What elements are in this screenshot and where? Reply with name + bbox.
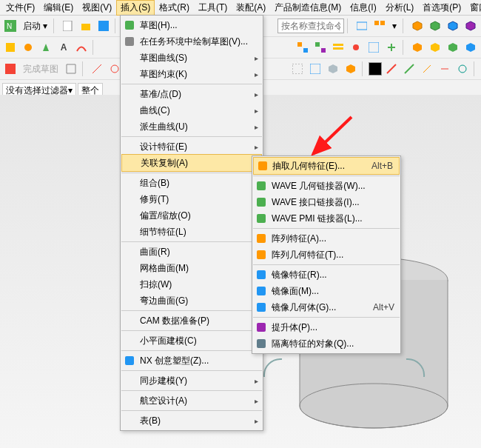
menu-item[interactable]: 表(B)▸ (121, 412, 263, 429)
measure-icon[interactable] (437, 61, 453, 77)
line-icon[interactable] (401, 61, 417, 77)
menu-item-label: 镜像几何体(G)... (272, 301, 336, 314)
mirror-icon (255, 285, 267, 297)
menu-item[interactable]: 草图(H)... (121, 17, 263, 33)
menu-item-label: 阵列几何特征(T)... (272, 249, 343, 261)
menu-item[interactable]: 阵列几何特征(T)... (252, 247, 400, 263)
view-icon[interactable] (289, 61, 306, 77)
menu-item[interactable]: 航空设计(A)▸ (121, 392, 263, 409)
menu-item[interactable]: NX 创意塑型(Z)... (121, 352, 263, 369)
menu-item[interactable]: 派生曲线(U)▸ (121, 118, 263, 135)
menu-item[interactable]: 工具(T) (194, 0, 232, 16)
curve-icon[interactable] (89, 61, 105, 77)
finish-sketch-icon[interactable] (2, 61, 18, 77)
svg-text:N: N (7, 22, 12, 30)
menu-item[interactable]: 装配(A) (232, 0, 270, 16)
menu-item[interactable]: CAM 数据准备(P)▸ (121, 312, 263, 329)
measure-icon[interactable] (419, 61, 435, 77)
cube-icon[interactable] (427, 18, 443, 34)
menu-item-label: 镜像面(M)... (272, 285, 319, 298)
menubar: 文件(F)编辑(E)视图(V)插入(S)格式(R)工具(T)装配(A)产品制造信… (0, 0, 481, 16)
menu-item[interactable]: 草图曲线(S)▸ (121, 50, 263, 66)
menu-item[interactable]: 网格曲面(M)▸ (121, 260, 263, 276)
menu-item[interactable]: 插入(S) (116, 0, 155, 16)
menu-item[interactable]: WAVE 接口链接器(I)... (252, 194, 400, 210)
menu-item[interactable]: 偏置/缩放(O)▸ (121, 207, 263, 224)
curve-icon[interactable] (73, 39, 90, 56)
cube-icon[interactable] (445, 18, 461, 34)
window-icon[interactable] (354, 18, 370, 34)
menu-item[interactable]: 曲线(C)▸ (121, 102, 263, 118)
open-icon[interactable] (78, 18, 94, 34)
menu-item[interactable]: 基准/点(D)▸ (121, 86, 263, 102)
menu-item[interactable]: 镜像特征(R)... (252, 267, 400, 283)
analysis-icon[interactable] (454, 61, 471, 77)
menu-item[interactable]: 组合(B)▸ (121, 175, 263, 191)
command-search-input[interactable] (278, 19, 344, 33)
menu-item[interactable]: 在任务环境中绘制草图(V)... (121, 33, 263, 50)
menu-item[interactable]: 细节特征(L)▸ (121, 224, 263, 240)
menu-item[interactable]: 关联复制(A)▸ (121, 154, 262, 172)
menu-item[interactable]: 抽取几何特征(E)...Alt+B (253, 157, 400, 175)
render-icon[interactable] (343, 61, 359, 77)
menu-item[interactable]: 信息(I) (346, 0, 380, 16)
menu-item[interactable]: 镜像面(M)... (252, 283, 400, 299)
cube-icon[interactable] (409, 18, 426, 34)
menu-item-label: 偏置/缩放(O) (140, 210, 191, 222)
menu-item-label: 细节特征(L) (140, 226, 186, 238)
text-icon[interactable]: A (56, 39, 72, 56)
menu-item[interactable]: 修剪(T)▸ (121, 191, 263, 207)
cube-icon[interactable] (462, 18, 479, 34)
menu-item[interactable]: 窗口(O) (465, 0, 481, 16)
menu-item-label: 网格曲面(M) (140, 262, 189, 275)
menu-item[interactable]: 镜像几何体(G)...Alt+V (252, 299, 400, 315)
line-icon[interactable] (383, 61, 400, 77)
menu-item[interactable]: 编辑(E) (39, 0, 78, 16)
menu-item[interactable]: 隔离特征的对象(Q)... (252, 335, 400, 352)
menu-item[interactable]: 设计特征(E)▸ (121, 138, 263, 155)
menu-item[interactable]: WAVE 几何链接器(W)... (252, 178, 400, 194)
tool-icon[interactable] (383, 39, 400, 56)
cube-icon[interactable] (427, 39, 443, 56)
window-icon[interactable] (371, 18, 388, 34)
menu-item[interactable]: 提升体(P)... (252, 319, 400, 335)
menu-item[interactable]: 视图(V) (78, 0, 116, 16)
menu-item-label: 航空设计(A) (140, 395, 187, 407)
save-icon[interactable] (95, 18, 112, 34)
menu-item[interactable]: 产品制造信息(M) (270, 0, 346, 16)
cube-icon[interactable] (445, 39, 461, 56)
menu-item[interactable]: 文件(F) (1, 0, 39, 16)
feature-icon[interactable] (38, 39, 54, 56)
tool-icon[interactable] (366, 39, 382, 56)
layer-icon[interactable] (330, 39, 346, 56)
view-icon[interactable] (307, 61, 323, 77)
assembly-icon[interactable] (312, 39, 329, 56)
sketch-tool-icon[interactable] (63, 61, 79, 77)
menu-item[interactable]: 曲面(R)▸ (121, 244, 263, 260)
menu-item[interactable]: 分析(L) (381, 0, 419, 16)
cube-icon[interactable] (409, 39, 426, 56)
render-icon[interactable] (325, 61, 341, 77)
new-icon[interactable] (60, 18, 76, 34)
nx-icon[interactable]: N (2, 18, 18, 34)
cube-icon[interactable] (462, 39, 479, 56)
menu-item[interactable]: 小平面建模(C)▸ (121, 332, 263, 349)
menu-item[interactable]: 扫掠(W)▸ (121, 276, 263, 292)
dropdown-icon[interactable]: ▾ (389, 21, 400, 31)
menu-item[interactable]: 同步建模(Y)▸ (121, 372, 263, 389)
menu-item-label: 镜像特征(R)... (272, 269, 327, 281)
feature-icon[interactable] (20, 39, 36, 56)
menu-item[interactable]: 阵列特征(A)... (252, 230, 400, 247)
svg-rect-13 (315, 42, 320, 47)
menu-item[interactable]: WAVE PMI 链接器(L)... (252, 210, 400, 227)
menu-item[interactable]: 弯边曲面(G)▸ (121, 292, 263, 309)
menu-item[interactable]: 草图约束(K)▸ (121, 66, 263, 82)
tool-icon[interactable] (348, 39, 364, 56)
submenu-arrow-icon: ▸ (255, 70, 258, 78)
feature-icon[interactable] (2, 39, 18, 56)
launch-button[interactable]: 启动 ▾ (20, 20, 50, 33)
menu-item[interactable]: 首选项(P) (418, 0, 465, 16)
assembly-icon[interactable] (295, 39, 311, 56)
color-swatch[interactable] (369, 62, 382, 76)
menu-item[interactable]: 格式(R) (155, 0, 194, 16)
